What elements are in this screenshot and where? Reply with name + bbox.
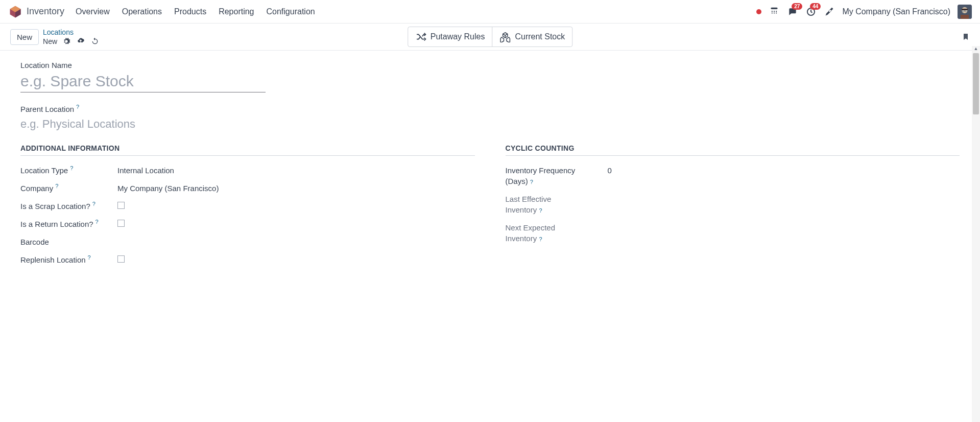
nav-configuration[interactable]: Configuration bbox=[267, 7, 315, 16]
scrap-location-checkbox[interactable] bbox=[117, 202, 125, 209]
messages-badge: 27 bbox=[792, 3, 802, 10]
location-type-value[interactable]: Internal Location bbox=[117, 166, 174, 175]
next-expected-label: Next Expected Inventory ? bbox=[506, 223, 608, 243]
control-bar: New Locations New Putaway Rules bbox=[0, 24, 980, 51]
breadcrumb-current: New bbox=[43, 37, 99, 46]
nav-reporting[interactable]: Reporting bbox=[219, 7, 254, 16]
current-stock-button[interactable]: Current Stock bbox=[492, 27, 572, 46]
parent-location-field: Parent Location ? e.g. Physical Location… bbox=[20, 105, 960, 131]
boxes-icon bbox=[499, 31, 511, 42]
help-icon[interactable]: ? bbox=[88, 254, 91, 261]
return-location-checkbox[interactable] bbox=[117, 220, 125, 227]
help-icon[interactable]: ? bbox=[70, 165, 73, 171]
scrap-location-row: Is a Scrap Location? ? bbox=[20, 202, 475, 210]
current-stock-label: Current Stock bbox=[515, 32, 565, 41]
help-icon[interactable]: ? bbox=[539, 236, 542, 242]
help-icon[interactable]: ? bbox=[95, 219, 99, 225]
activities-badge: 44 bbox=[810, 3, 821, 10]
status-icons bbox=[62, 37, 99, 45]
bookmark-icon[interactable] bbox=[962, 32, 970, 42]
app-title[interactable]: Inventory bbox=[27, 6, 64, 17]
main-nav: Overview Operations Products Reporting C… bbox=[76, 7, 315, 16]
help-icon[interactable]: ? bbox=[539, 207, 542, 214]
help-icon[interactable]: ? bbox=[76, 104, 79, 110]
inventory-frequency-value[interactable]: 0 bbox=[608, 166, 612, 175]
last-effective-label: Last Effective Inventory ? bbox=[506, 195, 608, 214]
app-logo-icon[interactable] bbox=[8, 5, 22, 19]
top-navbar: Inventory Overview Operations Products R… bbox=[0, 0, 980, 24]
help-icon[interactable]: ? bbox=[92, 201, 95, 207]
breadcrumb-parent[interactable]: Locations bbox=[43, 28, 99, 37]
nav-overview[interactable]: Overview bbox=[76, 7, 110, 16]
parent-location-label: Parent Location ? bbox=[20, 105, 960, 113]
replenish-location-row: Replenish Location ? bbox=[20, 255, 475, 264]
putaway-rules-button[interactable]: Putaway Rules bbox=[408, 27, 492, 46]
svg-rect-14 bbox=[965, 10, 967, 12]
barcode-row: Barcode bbox=[20, 238, 475, 246]
gear-icon[interactable] bbox=[62, 37, 70, 45]
scrollbar-thumb[interactable] bbox=[973, 53, 979, 114]
cyclic-counting-header: CYCLIC COUNTING bbox=[506, 144, 960, 156]
svg-rect-13 bbox=[962, 10, 964, 12]
messages-icon[interactable]: 27 bbox=[787, 6, 798, 17]
help-icon[interactable]: ? bbox=[55, 183, 58, 189]
company-switcher[interactable]: My Company (San Francisco) bbox=[842, 7, 950, 16]
shuffle-icon bbox=[415, 31, 426, 42]
breadcrumb: Locations New bbox=[43, 28, 99, 46]
scrollbar[interactable]: ▲ bbox=[972, 53, 980, 419]
last-effective-row: Last Effective Inventory ? bbox=[506, 195, 960, 214]
location-type-label: Location Type ? bbox=[20, 166, 117, 175]
recording-indicator-icon[interactable] bbox=[756, 9, 761, 14]
inventory-frequency-label: Inventory Frequency (Days) ? bbox=[506, 166, 608, 185]
help-icon[interactable]: ? bbox=[530, 179, 533, 185]
company-label: Company ? bbox=[20, 184, 117, 193]
cloud-upload-icon[interactable] bbox=[77, 37, 85, 45]
svg-point-4 bbox=[774, 11, 775, 12]
nav-operations[interactable]: Operations bbox=[122, 7, 162, 16]
breadcrumb-current-label: New bbox=[43, 37, 57, 46]
activities-icon[interactable]: 44 bbox=[805, 6, 817, 17]
svg-point-6 bbox=[772, 12, 773, 13]
form-sheet: Location Name Parent Location ? e.g. Phy… bbox=[0, 51, 980, 419]
return-location-label: Is a Return Location? ? bbox=[20, 220, 117, 228]
location-name-input[interactable] bbox=[20, 72, 266, 92]
form-columns: ADDITIONAL INFORMATION Location Type ? I… bbox=[20, 144, 960, 273]
cyclic-counting-section: CYCLIC COUNTING Inventory Frequency (Day… bbox=[506, 144, 960, 273]
location-name-label: Location Name bbox=[20, 61, 960, 69]
parent-location-input[interactable]: e.g. Physical Locations bbox=[20, 115, 960, 131]
tools-icon[interactable] bbox=[824, 6, 835, 17]
replenish-location-checkbox[interactable] bbox=[117, 255, 125, 263]
svg-point-3 bbox=[772, 11, 773, 12]
svg-point-5 bbox=[776, 11, 777, 12]
scrollbar-up-icon[interactable]: ▲ bbox=[972, 46, 980, 53]
barcode-label: Barcode bbox=[20, 238, 117, 246]
inventory-frequency-row: Inventory Frequency (Days) ? 0 bbox=[506, 166, 960, 185]
stat-button-group: Putaway Rules Current Stock bbox=[408, 27, 573, 47]
svg-point-7 bbox=[774, 12, 775, 13]
additional-info-section: ADDITIONAL INFORMATION Location Type ? I… bbox=[20, 144, 475, 273]
scrap-location-label: Is a Scrap Location? ? bbox=[20, 202, 117, 210]
return-location-row: Is a Return Location? ? bbox=[20, 220, 475, 228]
company-row: Company ? My Company (San Francisco) bbox=[20, 184, 475, 193]
next-expected-row: Next Expected Inventory ? bbox=[506, 223, 960, 243]
replenish-location-label: Replenish Location ? bbox=[20, 255, 117, 264]
topbar-right: 27 44 My Company (San Francisco) bbox=[756, 5, 972, 19]
company-value[interactable]: My Company (San Francisco) bbox=[117, 184, 219, 193]
svg-rect-12 bbox=[962, 9, 968, 10]
user-avatar[interactable] bbox=[958, 5, 972, 19]
nav-products[interactable]: Products bbox=[174, 7, 206, 16]
putaway-rules-label: Putaway Rules bbox=[431, 32, 485, 41]
svg-point-8 bbox=[776, 12, 777, 13]
location-name-field: Location Name bbox=[20, 61, 960, 92]
additional-info-header: ADDITIONAL INFORMATION bbox=[20, 144, 475, 156]
dialpad-icon[interactable] bbox=[769, 6, 780, 17]
location-type-row: Location Type ? Internal Location bbox=[20, 166, 475, 175]
undo-icon[interactable] bbox=[91, 37, 99, 45]
new-button[interactable]: New bbox=[10, 29, 39, 45]
svg-rect-15 bbox=[961, 15, 969, 19]
